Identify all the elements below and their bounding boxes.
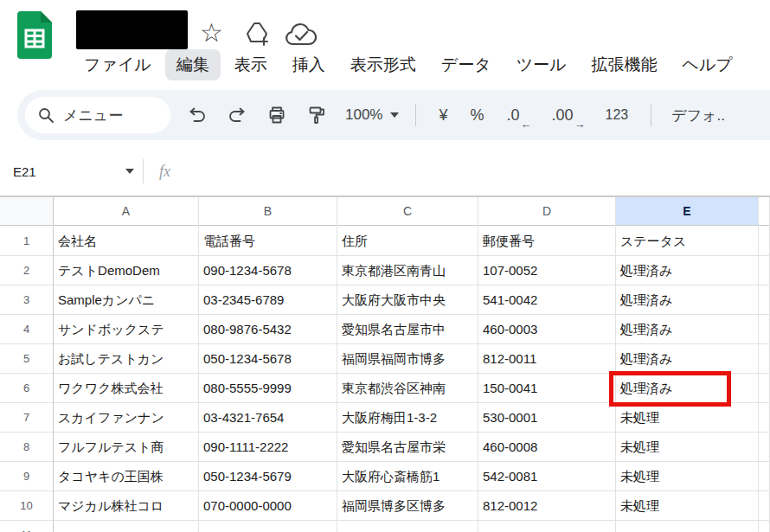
row-header-11-partial[interactable]: 11 <box>0 521 54 532</box>
cell-F1[interactable] <box>759 227 770 256</box>
row-header-7[interactable]: 7 <box>0 403 54 433</box>
row-header-6[interactable]: 6 <box>0 374 54 403</box>
column-header-C[interactable]: C <box>337 197 478 226</box>
cell-A3[interactable]: Sampleカンパニ <box>54 285 199 315</box>
cell-E2[interactable]: 処理済み <box>616 256 759 285</box>
cell-B11[interactable] <box>199 521 337 532</box>
cell-C8[interactable]: 愛知県名古屋市栄 <box>337 433 478 462</box>
redo-button[interactable] <box>217 98 257 132</box>
cell-E5[interactable]: 処理済み <box>616 344 759 374</box>
menu-view[interactable]: 表示 <box>223 49 279 80</box>
cell-F6[interactable] <box>759 374 770 403</box>
cell-B8[interactable]: 090-1111-2222 <box>199 433 337 462</box>
font-selector[interactable]: デフォ.. <box>671 106 725 125</box>
cell-C5[interactable]: 福岡県福岡市博多 <box>337 344 478 374</box>
cell-B7[interactable]: 03-4321-7654 <box>199 403 337 433</box>
cell-A10[interactable]: マジカル株社コロ <box>54 491 199 521</box>
paint-format-button[interactable] <box>297 98 337 132</box>
cell-E10[interactable]: 未処理 <box>616 491 759 521</box>
cell-B1[interactable]: 電話番号 <box>199 227 337 256</box>
cell-A8[interactable]: フルフルテスト商 <box>54 433 199 462</box>
cell-F10[interactable] <box>759 491 770 521</box>
row-header-5[interactable]: 5 <box>0 344 54 374</box>
menu-file[interactable]: ファイル <box>73 49 163 80</box>
cell-A1[interactable]: 会社名 <box>54 227 199 256</box>
cell-C4[interactable]: 愛知県名古屋市中 <box>337 315 478 344</box>
cell-E6[interactable]: 処理済み <box>616 374 759 403</box>
cell-A2[interactable]: テストDemoDem <box>54 256 199 285</box>
format-currency-button[interactable]: ¥ <box>439 106 447 125</box>
cell-E7[interactable]: 未処理 <box>616 403 759 433</box>
cell-D10[interactable]: 812-0012 <box>478 491 616 521</box>
name-box[interactable]: E21 <box>13 164 134 179</box>
cell-A5[interactable]: お試しテストカン <box>54 344 199 374</box>
document-title-redacted[interactable] <box>76 10 188 49</box>
cell-A9[interactable]: タコヤキの王国株 <box>54 462 199 491</box>
cell-B4[interactable]: 080-9876-5432 <box>199 315 337 344</box>
cell-B10[interactable]: 070-0000-0000 <box>199 491 337 521</box>
cell-D8[interactable]: 460-0008 <box>478 433 616 462</box>
cell-A4[interactable]: サンドボックステ <box>54 315 199 344</box>
cell-E4[interactable]: 処理済み <box>616 315 759 344</box>
cell-B2[interactable]: 090-1234-5678 <box>199 256 337 285</box>
cell-D2[interactable]: 107-0052 <box>478 256 616 285</box>
row-header-8[interactable]: 8 <box>0 433 54 462</box>
cell-F4[interactable] <box>759 315 770 344</box>
cell-D4[interactable]: 460-0003 <box>478 315 616 344</box>
format-percent-button[interactable]: % <box>471 106 484 125</box>
row-header-9[interactable]: 9 <box>0 462 54 491</box>
cell-A7[interactable]: スカイファンナン <box>54 403 199 433</box>
cell-E8[interactable]: 未処理 <box>616 433 759 462</box>
column-header-F-partial[interactable] <box>759 197 770 226</box>
cell-D11[interactable] <box>478 521 616 532</box>
select-all-corner[interactable] <box>0 197 54 226</box>
cell-F7[interactable] <box>759 403 770 433</box>
search-menus-button[interactable]: メニュー <box>25 97 170 133</box>
column-header-E-selected[interactable]: E <box>616 197 759 226</box>
zoom-selector[interactable]: 100% <box>345 106 399 124</box>
cell-C1[interactable]: 住所 <box>337 227 478 256</box>
cell-B3[interactable]: 03-2345-6789 <box>199 285 337 315</box>
cell-C6[interactable]: 東京都渋谷区神南 <box>337 374 478 403</box>
menu-insert[interactable]: 挿入 <box>281 49 337 80</box>
cell-F5[interactable] <box>759 344 770 374</box>
increase-decimal-button[interactable]: .00 → <box>552 106 583 125</box>
star-icon[interactable]: ☆ <box>200 19 223 47</box>
row-header-3[interactable]: 3 <box>0 285 54 315</box>
cell-C2[interactable]: 東京都港区南青山 <box>337 256 478 285</box>
cell-E9[interactable]: 未処理 <box>616 462 759 491</box>
menu-help[interactable]: ヘルプ <box>671 49 744 80</box>
column-header-B[interactable]: B <box>199 197 337 226</box>
decrease-decimal-button[interactable]: .0 ← <box>507 106 529 125</box>
cell-C3[interactable]: 大阪府大阪市中央 <box>337 285 478 315</box>
cell-B5[interactable]: 050-1234-5678 <box>199 344 337 374</box>
cell-D9[interactable]: 542-0081 <box>478 462 616 491</box>
cloud-saved-icon[interactable] <box>283 22 319 48</box>
cell-B6[interactable]: 080-5555-9999 <box>199 374 337 403</box>
print-button[interactable] <box>257 98 297 132</box>
cell-E11[interactable] <box>616 521 759 532</box>
cell-B9[interactable]: 050-1234-5679 <box>199 462 337 491</box>
column-header-A[interactable]: A <box>54 197 199 226</box>
cell-C9[interactable]: 大阪府心斎橋筋1 <box>337 462 478 491</box>
row-header-10[interactable]: 10 <box>0 491 54 521</box>
cell-C11[interactable] <box>337 521 478 532</box>
menu-tools[interactable]: ツール <box>505 49 578 80</box>
cell-D5[interactable]: 812-0011 <box>478 344 616 374</box>
menu-extensions[interactable]: 拡張機能 <box>581 49 669 80</box>
row-header-1[interactable]: 1 <box>0 227 54 256</box>
cell-C7[interactable]: 大阪府梅田1-3-2 <box>337 403 478 433</box>
undo-button[interactable] <box>177 98 217 132</box>
menu-edit[interactable]: 編集 <box>165 49 221 80</box>
cell-F2[interactable] <box>759 256 770 285</box>
row-header-2[interactable]: 2 <box>0 256 54 285</box>
cell-E3[interactable]: 処理済み <box>616 285 759 315</box>
cell-D6[interactable]: 150-0041 <box>478 374 616 403</box>
cell-D1[interactable]: 郵便番号 <box>478 227 616 256</box>
cell-F9[interactable] <box>759 462 770 491</box>
cell-E1[interactable]: ステータス <box>616 227 759 256</box>
cell-D7[interactable]: 530-0001 <box>478 403 616 433</box>
more-formats-button[interactable]: 123 <box>606 107 629 123</box>
menu-data[interactable]: データ <box>430 49 503 80</box>
column-header-D[interactable]: D <box>478 197 616 226</box>
